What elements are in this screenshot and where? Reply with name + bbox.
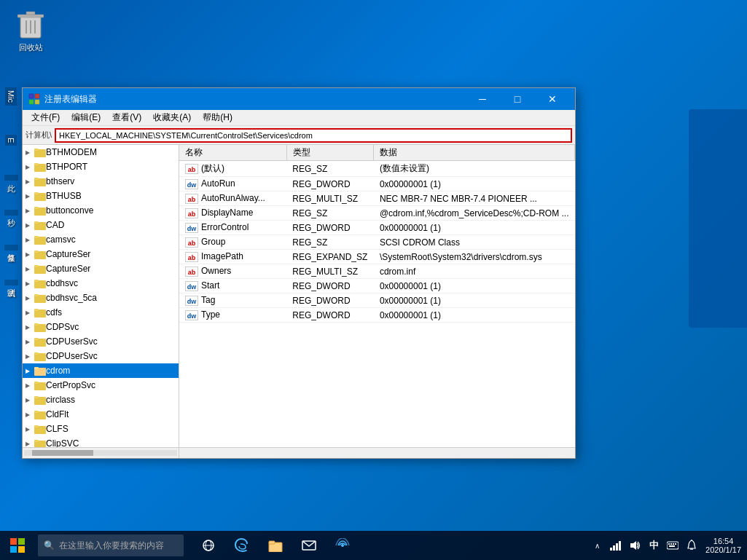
tree-item-captureserv2[interactable]: ▶ CaptureSer [23, 261, 179, 276]
minimize-button[interactable]: ─ [466, 88, 499, 110]
start-button[interactable] [0, 531, 35, 560]
search-bar[interactable]: 🔍 在这里输入你要搜索的内容 [38, 535, 184, 556]
tray-ime[interactable]: 中 [646, 531, 662, 560]
task-view-button[interactable] [192, 531, 224, 560]
tray-keyboard[interactable] [665, 531, 681, 560]
window-title: 注册表编辑器 [44, 93, 466, 106]
table-row[interactable]: dwTypeREG_DWORD0x00000001 (1) [179, 308, 575, 323]
tree-item-certpropsvc[interactable]: ▶ CertPropSvc [23, 378, 179, 393]
tree-item-buttonconve[interactable]: ▶ buttonconve [23, 203, 179, 218]
clock[interactable]: 16:54 2020/1/17 [705, 537, 741, 554]
search-placeholder: 在这里输入你要搜索的内容 [59, 540, 164, 552]
svg-rect-30 [34, 280, 39, 282]
clock-date: 2020/1/17 [705, 545, 741, 554]
tree-item-captureserv1[interactable]: ▶ CaptureSer [23, 247, 179, 261]
sidebar-repair[interactable]: 修复 [4, 245, 18, 251]
registry-editor-window: 注册表编辑器 ─ □ ✕ 文件(F) 编辑(E) 查看(V) 收藏夹(A) 帮助… [22, 87, 576, 459]
svg-rect-18 [34, 192, 39, 194]
reg-data-cell: 0x00000001 (1) [374, 177, 575, 192]
tree-item-circlass[interactable]: ▶ circlass [23, 393, 179, 407]
table-row[interactable]: abImagePathREG_EXPAND_SZ\SystemRoot\Syst… [179, 250, 575, 264]
reg-type-cell: REG_DWORD [286, 221, 374, 235]
svg-rect-67 [619, 541, 621, 551]
tree-item-bthmodem[interactable]: ▶ BTHMODEM [23, 145, 179, 159]
tree-item-cdrom[interactable]: ▶ cdrom [23, 363, 179, 378]
svg-rect-6 [29, 94, 34, 98]
tree-item-cad[interactable]: ▶ CAD [23, 218, 179, 232]
table-row[interactable]: dwAutoRunREG_DWORD0x00000001 (1) [179, 177, 575, 192]
edge-button[interactable] [226, 531, 258, 560]
maximize-button[interactable]: □ [501, 88, 534, 110]
network-button[interactable] [326, 531, 359, 560]
recycle-bin-icon[interactable]: 回收站 [7, 7, 54, 56]
svg-rect-1 [17, 15, 44, 17]
reg-data-cell: 0x00000001 (1) [374, 279, 575, 293]
taskbar: 🔍 在这里输入你要搜索的内容 [0, 531, 747, 560]
sidebar-sec[interactable]: 秒 [4, 210, 18, 216]
tree-panel[interactable]: ▶ BTHMODEM ▶ BTHPORT ▶ bthserv ▶ [23, 145, 179, 447]
sidebar-this[interactable]: 此 [4, 175, 18, 181]
tray-chevron[interactable]: ∧ [589, 531, 605, 560]
tree-item-bthserv[interactable]: ▶ bthserv [23, 174, 179, 189]
tree-item-cldflt[interactable]: ▶ CldFlt [23, 407, 179, 422]
table-row[interactable]: abGroupREG_SZSCSI CDROM Class [179, 235, 575, 250]
table-row[interactable]: abDisplayNameREG_SZ@cdrom.inf,%cdrom_Ser… [179, 206, 575, 221]
close-button[interactable]: ✕ [536, 88, 569, 110]
svg-rect-36 [34, 323, 39, 326]
svg-rect-28 [34, 265, 39, 267]
tree-hscrollbar[interactable] [23, 448, 179, 458]
table-row[interactable]: dwStartREG_DWORD0x00000001 (1) [179, 279, 575, 293]
mail-button[interactable] [293, 531, 325, 560]
table-row[interactable]: ab(默认)REG_SZ(数值未设置) [179, 161, 575, 177]
values-panel[interactable]: 名称 类型 数据 ab(默认)REG_SZ(数值未设置)dwAutoRunREG… [179, 145, 575, 447]
tray-notification[interactable] [684, 531, 700, 560]
svg-rect-50 [34, 425, 39, 427]
address-input[interactable] [55, 128, 572, 143]
reg-type-cell: REG_SZ [286, 161, 374, 177]
tree-item-cdpusersvc1[interactable]: ▶ CDPUserSvc [23, 334, 179, 349]
tree-item-cbdhsvc5ca[interactable]: ▶ cbdhsvc_5ca [23, 291, 179, 305]
menu-edit[interactable]: 编辑(E) [66, 110, 106, 125]
tree-item-cdfs[interactable]: ▶ cdfs [23, 305, 179, 320]
file-explorer-button[interactable] [259, 531, 292, 560]
values-hscrollbar[interactable] [179, 448, 575, 458]
tree-item-cdpsvc[interactable]: ▶ CDPSvc [23, 320, 179, 334]
tree-item-camsvc[interactable]: ▶ camsvc [23, 232, 179, 247]
svg-rect-70 [668, 543, 670, 545]
sidebar-e[interactable]: E [5, 135, 17, 146]
reg-data-cell: NEC MBR-7 NEC MBR-7.4 PIONEER ... [374, 192, 575, 206]
table-row[interactable]: dwTagREG_DWORD0x00000001 (1) [179, 293, 575, 308]
svg-rect-8 [29, 100, 34, 104]
svg-rect-61 [269, 541, 275, 544]
tree-item-clipsvc[interactable]: ▶ ClipSVC [23, 436, 179, 447]
svg-rect-40 [34, 352, 39, 355]
reg-type-cell: REG_DWORD [286, 177, 374, 192]
tree-item-cdpusersvc2[interactable]: ▶ CDPUserSvc [23, 349, 179, 363]
menu-favorites[interactable]: 收藏夹(A) [147, 110, 197, 125]
svg-rect-26 [34, 251, 39, 253]
table-row[interactable]: dwErrorControlREG_DWORD0x00000001 (1) [179, 221, 575, 235]
reg-data-cell: (数值未设置) [374, 161, 575, 177]
reg-data-cell: 0x00000001 (1) [374, 308, 575, 323]
menu-help[interactable]: 帮助(H) [197, 110, 238, 125]
svg-point-63 [341, 544, 344, 547]
title-bar: 注册表编辑器 ─ □ ✕ [23, 88, 575, 110]
tree-item-cbdhsvc[interactable]: ▶ cbdhsvc [23, 276, 179, 291]
tree-item-clfs[interactable]: ▶ CLFS [23, 422, 179, 436]
tray-volume[interactable] [627, 531, 643, 560]
table-row[interactable]: abAutoRunAlway...REG_MULTI_SZNEC MBR-7 N… [179, 192, 575, 206]
tree-item-bthport[interactable]: ▶ BTHPORT [23, 159, 179, 174]
table-row[interactable]: abOwnersREG_MULTI_SZcdrom.inf [179, 264, 575, 279]
address-label-text: 计算机\ [26, 130, 52, 141]
sidebar-test[interactable]: 测试 [4, 280, 18, 285]
taskbar-right: ∧ 中 [589, 531, 747, 560]
reg-type-cell: REG_MULTI_SZ [286, 264, 374, 279]
svg-rect-44 [34, 382, 39, 384]
svg-rect-74 [669, 545, 675, 547]
menu-view[interactable]: 查看(V) [106, 110, 147, 125]
tray-network[interactable] [608, 531, 624, 560]
sidebar-mic[interactable]: Mic [5, 87, 17, 106]
tree-item-bthusb[interactable]: ▶ BTHUSB [23, 189, 179, 203]
menu-file[interactable]: 文件(F) [26, 110, 66, 125]
reg-data-cell: 0x00000001 (1) [374, 221, 575, 235]
